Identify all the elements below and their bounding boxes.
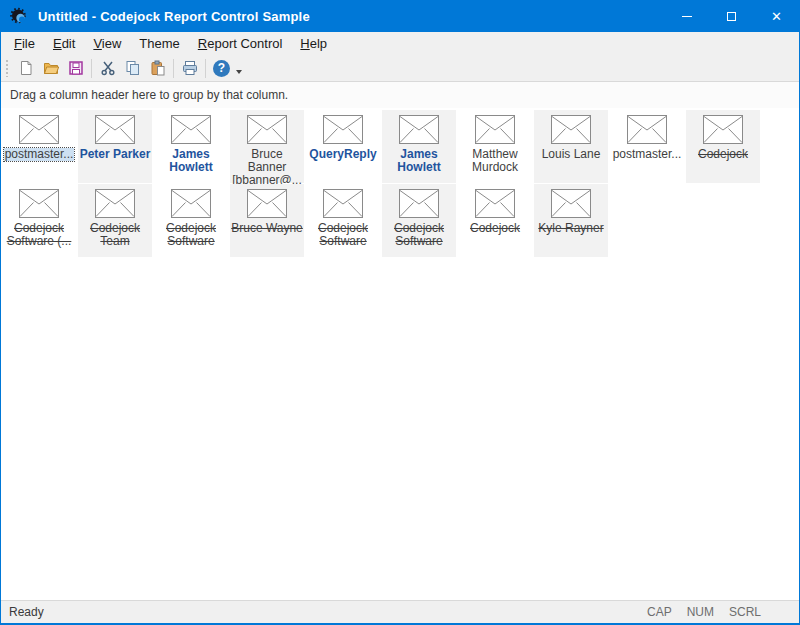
envelope-icon <box>627 115 667 144</box>
envelope-icon <box>323 115 363 144</box>
envelope-icon <box>399 115 439 144</box>
envelope-icon <box>475 189 515 218</box>
minimize-icon <box>682 16 692 17</box>
mail-item[interactable]: QueryReply <box>306 110 380 183</box>
new-button[interactable] <box>13 57 38 80</box>
mail-item[interactable]: Kyle Rayner <box>534 184 608 257</box>
envelope-icon <box>323 189 363 218</box>
copy-icon <box>125 60 141 76</box>
mail-item-label: Matthew Murdock <box>459 148 531 174</box>
mail-item[interactable]: Codejock Software (... <box>2 184 76 257</box>
mail-item-label: James Howlett <box>383 148 455 174</box>
toolbar-separator <box>205 59 206 78</box>
open-button[interactable] <box>38 57 63 80</box>
toolbar-separator <box>91 59 92 78</box>
window-controls: ✕ <box>664 0 799 32</box>
mail-item-label: Codejock Team <box>79 222 151 248</box>
envelope-icon <box>95 115 135 144</box>
envelope-icon <box>551 189 591 218</box>
mail-item-label: Peter Parker <box>80 148 151 161</box>
mail-item-label: Kyle Rayner <box>538 222 603 235</box>
help-icon: ? <box>213 60 230 77</box>
mail-item[interactable]: James Howlett <box>382 110 456 183</box>
mail-item[interactable]: Codejock <box>686 110 760 183</box>
toolbar-separator <box>173 59 174 78</box>
mail-item-label: Codejock Software <box>155 222 227 248</box>
save-icon <box>68 60 84 76</box>
mail-item[interactable]: postmaster... <box>610 110 684 183</box>
title-bar: Untitled - Codejock Report Control Sampl… <box>1 0 799 32</box>
paste-clipboard-icon <box>150 60 166 76</box>
mail-item[interactable]: Codejock Software <box>306 184 380 257</box>
menu-help[interactable]: Help <box>291 32 336 55</box>
print-icon <box>182 60 198 76</box>
close-icon: ✕ <box>771 10 782 23</box>
mail-item-label: postmaster... <box>4 148 75 161</box>
mail-item[interactable]: Matthew Murdock <box>458 110 532 183</box>
status-ready-text: Ready <box>9 605 44 619</box>
status-bar: Ready CAP NUM SCRL <box>1 600 799 623</box>
mail-item[interactable]: Louis Lane <box>534 110 608 183</box>
mail-item-label: Bruce Wayne <box>231 222 303 235</box>
envelope-icon <box>19 189 59 218</box>
app-window: Untitled - Codejock Report Control Sampl… <box>0 0 800 625</box>
save-button[interactable] <box>63 57 88 80</box>
close-button[interactable]: ✕ <box>754 0 799 32</box>
new-document-icon <box>18 60 34 76</box>
menu-report-control[interactable]: Report Control <box>189 32 292 55</box>
mail-item-grid: postmaster... Peter Parker James Howlett… <box>2 110 782 258</box>
mail-item-label: QueryReply <box>309 148 376 161</box>
menu-edit[interactable]: Edit <box>44 32 84 55</box>
envelope-icon <box>171 115 211 144</box>
caps-lock-indicator: CAP <box>647 605 672 619</box>
menu-bar: File Edit View Theme Report Control Help <box>1 32 799 55</box>
envelope-icon <box>551 115 591 144</box>
cut-button[interactable] <box>95 57 120 80</box>
scroll-lock-indicator: SCRL <box>729 605 761 619</box>
toolbar: ? <box>1 55 799 82</box>
envelope-icon <box>247 189 287 218</box>
envelope-icon <box>399 189 439 218</box>
keyboard-indicators: CAP NUM SCRL <box>647 605 761 619</box>
print-button[interactable] <box>177 57 202 80</box>
mail-item[interactable]: Codejock Software <box>154 184 228 257</box>
envelope-icon <box>247 115 287 144</box>
mail-item[interactable]: postmaster... <box>2 110 76 183</box>
report-area: postmaster... Peter Parker James Howlett… <box>1 108 799 600</box>
mail-item[interactable]: Codejock <box>458 184 532 257</box>
open-folder-icon <box>43 60 59 76</box>
mail-item-label: James Howlett <box>155 148 227 174</box>
num-lock-indicator: NUM <box>687 605 714 619</box>
mail-item-label: Codejock <box>470 222 520 235</box>
envelope-icon <box>475 115 515 144</box>
mail-item[interactable]: Codejock Software <box>382 184 456 257</box>
help-button[interactable]: ? <box>209 57 234 80</box>
mail-item-label: Codejock Software <box>383 222 455 248</box>
mail-item[interactable]: Codejock Team <box>78 184 152 257</box>
group-by-bar[interactable]: Drag a column header here to group by th… <box>1 82 799 108</box>
envelope-icon <box>703 115 743 144</box>
mail-item-label: postmaster... <box>613 148 682 161</box>
paste-button[interactable] <box>145 57 170 80</box>
window-title: Untitled - Codejock Report Control Sampl… <box>38 9 310 24</box>
minimize-button[interactable] <box>664 0 709 32</box>
envelope-icon <box>171 189 211 218</box>
menu-theme[interactable]: Theme <box>130 32 188 55</box>
mail-item[interactable]: James Howlett <box>154 110 228 183</box>
mail-item-label: Codejock Software <box>307 222 379 248</box>
mail-item[interactable]: Peter Parker <box>78 110 152 183</box>
copy-button[interactable] <box>120 57 145 80</box>
help-dropdown-arrow-icon[interactable] <box>236 70 242 74</box>
envelope-icon <box>19 115 59 144</box>
mail-item-label: Bruce Banner [bbanner@... <box>231 148 303 187</box>
menu-view[interactable]: View <box>84 32 130 55</box>
mail-item-label: Codejock <box>698 148 748 161</box>
mail-item[interactable]: Bruce Wayne <box>230 184 304 257</box>
toolbar-grip[interactable] <box>5 59 10 77</box>
maximize-button[interactable] <box>709 0 754 32</box>
mail-item[interactable]: Bruce Banner [bbanner@... <box>230 110 304 183</box>
mail-item-label: Louis Lane <box>542 148 601 161</box>
menu-file[interactable]: File <box>5 32 44 55</box>
group-by-text: Drag a column header here to group by th… <box>10 88 288 102</box>
app-logo-icon <box>10 7 28 25</box>
